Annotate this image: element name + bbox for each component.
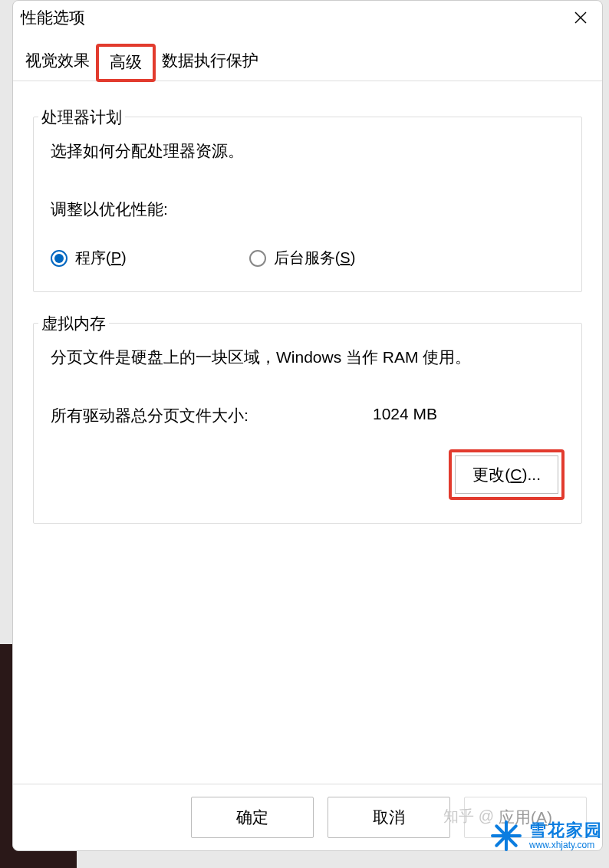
vm-total-row: 所有驱动器总分页文件大小: 1024 MB — [51, 405, 565, 426]
radio-row: 程序(P) 后台服务(S) — [51, 248, 565, 268]
tab-advanced[interactable]: 高级 — [96, 44, 156, 82]
processor-legend: 处理器计划 — [38, 107, 125, 128]
svg-point-6 — [502, 832, 510, 840]
change-button[interactable]: 更改(C)... — [455, 455, 558, 494]
processor-scheduling-group: 处理器计划 选择如何分配处理器资源。 调整以优化性能: 程序(P) 后台服务(S… — [33, 117, 582, 292]
radio-services[interactable]: 后台服务(S) — [249, 248, 356, 268]
title-bar: 性能选项 — [13, 1, 602, 35]
vm-desc: 分页文件是硬盘上的一块区域，Windows 当作 RAM 使用。 — [51, 347, 565, 368]
virtual-memory-group: 虚拟内存 分页文件是硬盘上的一块区域，Windows 当作 RAM 使用。 所有… — [33, 323, 582, 524]
vm-total-label: 所有驱动器总分页文件大小: — [51, 405, 373, 426]
zhihu-watermark: 知乎 @ — [443, 806, 494, 827]
brand-name: 雪花家园 — [529, 821, 603, 840]
tab-dep[interactable]: 数据执行保护 — [156, 42, 265, 81]
radio-icon — [249, 250, 266, 267]
brand-watermark: 雪花家园 www.xhjaty.com — [488, 817, 603, 854]
vm-total-value: 1024 MB — [373, 405, 437, 426]
radio-programs[interactable]: 程序(P) — [51, 248, 127, 268]
dialog-title: 性能选项 — [21, 7, 85, 28]
performance-options-dialog: 性能选项 视觉效果 高级 数据执行保护 处理器计划 选择如何分配处理器资源。 调… — [12, 0, 603, 851]
processor-sub: 调整以优化性能: — [51, 199, 565, 220]
brand-text: 雪花家园 www.xhjaty.com — [529, 821, 603, 850]
close-icon — [574, 12, 587, 24]
radio-programs-label: 程序(P) — [75, 248, 127, 268]
vm-legend: 虚拟内存 — [38, 313, 109, 334]
brand-url: www.xhjaty.com — [529, 840, 603, 850]
tab-visual-effects[interactable]: 视觉效果 — [19, 42, 96, 81]
processor-desc: 选择如何分配处理器资源。 — [51, 140, 565, 162]
snowflake-icon — [488, 817, 525, 854]
tab-content: 处理器计划 选择如何分配处理器资源。 调整以优化性能: 程序(P) 后台服务(S… — [13, 81, 602, 524]
radio-icon — [51, 250, 67, 267]
radio-services-label: 后台服务(S) — [274, 248, 356, 268]
ok-button[interactable]: 确定 — [191, 797, 314, 838]
change-highlight: 更改(C)... — [449, 449, 565, 500]
cancel-button[interactable]: 取消 — [328, 797, 450, 838]
close-button[interactable] — [568, 5, 593, 30]
tab-bar: 视觉效果 高级 数据执行保护 — [13, 42, 602, 81]
change-row: 更改(C)... — [51, 449, 565, 500]
